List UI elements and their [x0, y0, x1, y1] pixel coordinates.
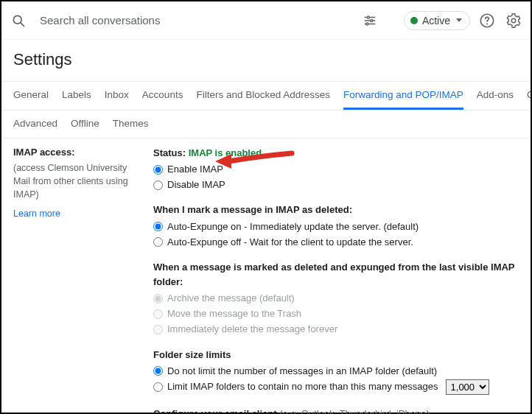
no-limit-radio[interactable]: [153, 366, 163, 376]
imap-status-label: Status:: [153, 147, 186, 158]
imap-status-value: IMAP is enabled: [189, 147, 262, 158]
svg-point-5: [371, 19, 373, 21]
tab-filters-and-blocked-addresses[interactable]: Filters and Blocked Addresses: [196, 82, 330, 110]
immediate-delete-option: Immediately delete the message forever: [153, 322, 519, 337]
disable-imap-radio[interactable]: [153, 180, 163, 190]
page-title: Settings: [1, 40, 531, 81]
archive-radio: [153, 294, 163, 304]
settings-tabs-row1: GeneralLabelsInboxAccountsFilters and Bl…: [1, 81, 531, 110]
limit-option[interactable]: Limit IMAP folders to contain no more th…: [153, 379, 519, 395]
tab-offline[interactable]: Offline: [71, 118, 99, 129]
archive-label: Archive the message (default): [167, 291, 295, 306]
limit-select[interactable]: 1,000: [446, 379, 489, 395]
immediate-delete-radio: [153, 325, 163, 334]
svg-point-7: [366, 23, 368, 25]
imap-access-heading: IMAP access:: [13, 146, 143, 160]
svg-point-3: [367, 16, 369, 18]
deleted-heading: When I mark a message in IMAP as deleted…: [153, 203, 519, 217]
settings-gear-icon[interactable]: [504, 11, 523, 30]
trash-radio: [153, 309, 163, 319]
status-chip-label: Active: [422, 15, 450, 27]
chevron-down-icon: [456, 18, 462, 22]
archive-option: Archive the message (default): [153, 291, 519, 306]
expunge-on-radio[interactable]: [153, 222, 163, 231]
enable-imap-label: Enable IMAP: [167, 162, 223, 177]
expunge-off-option[interactable]: Auto-Expunge off - Wait for the client t…: [153, 235, 519, 250]
limit-radio[interactable]: [153, 382, 163, 392]
expunge-off-label: Auto-Expunge off - Wait for the client t…: [167, 235, 413, 250]
configure-client-hint: (e.g. Outlook, Thunderbird, iPhone): [279, 408, 430, 414]
tab-accounts[interactable]: Accounts: [142, 82, 183, 110]
tab-general[interactable]: General: [13, 82, 49, 110]
svg-point-9: [486, 23, 488, 24]
expunge-off-radio[interactable]: [153, 237, 163, 247]
tab-forwarding-and-pop-imap[interactable]: Forwarding and POP/IMAP: [343, 82, 463, 110]
limit-label: Limit IMAP folders to contain no more th…: [167, 379, 438, 394]
svg-line-1: [21, 22, 24, 26]
folder-limits-heading: Folder size limits: [153, 348, 519, 362]
configure-client-label: Configure your email client: [153, 408, 277, 414]
tab-advanced[interactable]: Advanced: [13, 118, 57, 129]
expunge-on-label: Auto-Expunge on - Immediately update the…: [167, 220, 419, 234]
filter-icon[interactable]: [361, 12, 379, 29]
enable-imap-option[interactable]: Enable IMAP: [153, 162, 519, 177]
svg-point-10: [511, 18, 516, 23]
help-icon[interactable]: [477, 11, 497, 30]
status-dot-icon: [410, 17, 418, 24]
disable-imap-label: Disable IMAP: [167, 178, 225, 192]
expunged-heading: When a message is marked as deleted and …: [153, 260, 519, 290]
tab-themes[interactable]: Themes: [113, 118, 149, 129]
learn-more-link[interactable]: Learn more: [13, 207, 60, 220]
search-icon[interactable]: [10, 13, 27, 29]
settings-tabs-row2: AdvancedOfflineThemes: [1, 110, 531, 138]
tab-add-ons[interactable]: Add-ons: [477, 82, 514, 110]
immediate-delete-label: Immediately delete the message forever: [167, 322, 337, 337]
search-input[interactable]: [38, 13, 357, 27]
enable-imap-radio[interactable]: [153, 165, 163, 175]
no-limit-option[interactable]: Do not limit the number of messages in a…: [153, 364, 519, 379]
tab-c[interactable]: C: [527, 82, 531, 110]
no-limit-label: Do not limit the number of messages in a…: [167, 364, 437, 379]
tab-inbox[interactable]: Inbox: [105, 82, 129, 110]
trash-label: Move the message to the Trash: [167, 306, 301, 321]
status-chip[interactable]: Active: [404, 11, 470, 30]
trash-option: Move the message to the Trash: [153, 306, 519, 321]
tab-labels[interactable]: Labels: [62, 82, 91, 110]
imap-access-desc: (access Clemson University Mail from oth…: [13, 161, 143, 201]
expunge-on-option[interactable]: Auto-Expunge on - Immediately update the…: [153, 220, 519, 234]
disable-imap-option[interactable]: Disable IMAP: [153, 178, 519, 192]
